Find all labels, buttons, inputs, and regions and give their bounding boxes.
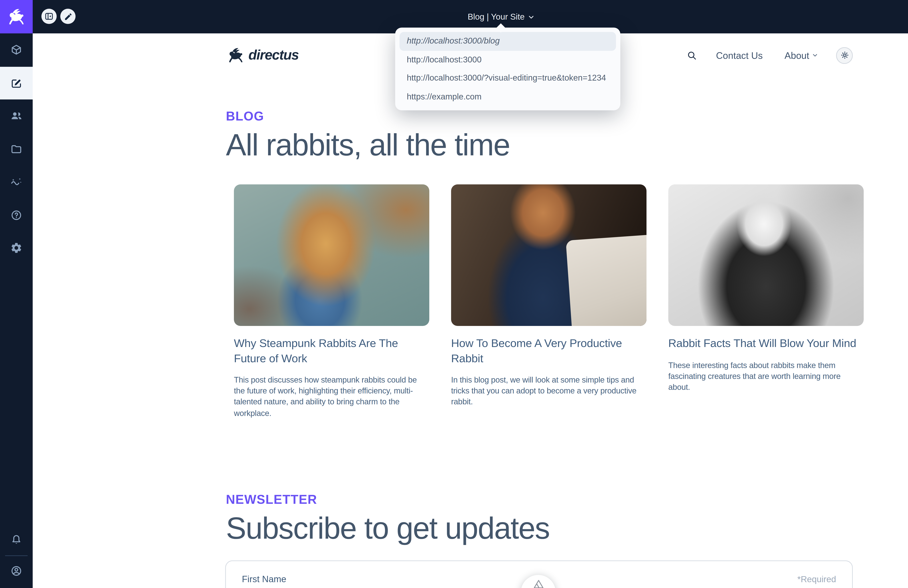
search-icon xyxy=(686,50,697,61)
newsletter-section: NEWSLETTER Subscribe to get updates xyxy=(226,492,549,545)
url-dropdown-menu: http://localhost:3000/blog http://localh… xyxy=(395,27,620,110)
content-box-icon xyxy=(10,44,23,56)
chevron-down-icon xyxy=(528,13,535,20)
sidebar-item-users[interactable] xyxy=(0,100,33,132)
sidebar-divider xyxy=(5,555,27,556)
sidebar-item-visual-editor[interactable] xyxy=(0,66,33,100)
users-icon xyxy=(10,110,23,122)
insights-wave-icon xyxy=(10,176,23,188)
directus-rabbit-icon xyxy=(227,46,245,64)
nav-link-contact[interactable]: Contact Us xyxy=(716,50,763,61)
directus-logo-tile[interactable] xyxy=(0,0,33,34)
required-note: *Required xyxy=(797,574,836,584)
url-option[interactable]: https://example.com xyxy=(399,87,616,106)
directus-rabbit-icon xyxy=(6,7,26,26)
post-description: In this blog post, we will look at some … xyxy=(451,374,647,408)
post-image-victorian-rabbit xyxy=(668,185,864,326)
module-sidebar xyxy=(0,34,33,588)
post-card[interactable]: How To Become A Very Productive Rabbit I… xyxy=(451,185,647,419)
pencil-icon xyxy=(64,12,72,21)
sidebar-item-settings[interactable] xyxy=(0,231,33,265)
settings-gear-icon xyxy=(10,242,23,254)
post-title[interactable]: How To Become A Very Productive Rabbit xyxy=(451,336,647,366)
post-image-business-rabbit xyxy=(451,185,647,326)
post-card[interactable]: Rabbit Facts That Will Blow Your Mind Th… xyxy=(668,185,864,419)
url-option[interactable]: http://localhost:3000/?visual-editing=tr… xyxy=(399,69,616,87)
collapse-sidebar-button[interactable] xyxy=(42,9,57,24)
hero-eyebrow: BLOG xyxy=(226,109,510,124)
post-title[interactable]: Rabbit Facts That Will Blow Your Mind xyxy=(668,336,864,351)
post-title[interactable]: Why Steampunk Rabbits Are The Future of … xyxy=(234,336,429,366)
post-image-steampunk-rabbit xyxy=(234,185,429,326)
newsletter-title: Subscribe to get updates xyxy=(226,512,549,545)
page-url-selector-label: Blog | Your Site xyxy=(468,12,525,21)
account-button[interactable] xyxy=(0,565,33,577)
post-description: These interesting facts about rabbits ma… xyxy=(668,360,864,393)
site-logo[interactable]: directus xyxy=(227,46,299,64)
post-description: This post discusses how steampunk rabbit… xyxy=(234,374,429,419)
url-option[interactable]: http://localhost:3000 xyxy=(399,50,616,69)
sun-icon xyxy=(839,50,850,60)
edit-square-icon xyxy=(10,77,23,89)
account-circle-icon xyxy=(10,565,23,577)
page-title: All rabbits, all the time xyxy=(226,129,510,162)
chevron-down-icon xyxy=(812,52,818,58)
visual-editor-app: Blog | Your Site 1860 × 1020 100% xyxy=(0,0,908,588)
notifications-button[interactable] xyxy=(0,533,33,546)
sidebar-item-files[interactable] xyxy=(0,132,33,165)
help-question-icon xyxy=(10,209,23,221)
site-preview: directus Contact Us About xyxy=(33,34,908,588)
folder-icon xyxy=(10,143,23,155)
nav-link-about[interactable]: About xyxy=(784,50,818,61)
nav-link-about-label: About xyxy=(784,50,809,61)
mountain-icon xyxy=(532,575,544,588)
theme-toggle-button[interactable] xyxy=(836,47,853,64)
first-name-label: First Name xyxy=(242,574,287,584)
url-option[interactable]: http://localhost:3000/blog xyxy=(399,32,616,50)
panel-collapse-icon xyxy=(44,11,54,21)
brand-wordmark: directus xyxy=(248,47,299,63)
newsletter-eyebrow: NEWSLETTER xyxy=(226,492,549,508)
posts-grid: Why Steampunk Rabbits Are The Future of … xyxy=(234,185,864,419)
sidebar-item-help[interactable] xyxy=(0,199,33,231)
sidebar-item-content[interactable] xyxy=(0,34,33,66)
edit-mode-button[interactable] xyxy=(60,9,76,24)
bell-icon xyxy=(10,533,23,546)
blog-hero: BLOG All rabbits, all the time xyxy=(226,109,510,162)
search-button[interactable] xyxy=(686,50,697,61)
post-card[interactable]: Why Steampunk Rabbits Are The Future of … xyxy=(234,185,429,419)
sidebar-item-insights[interactable] xyxy=(0,165,33,199)
